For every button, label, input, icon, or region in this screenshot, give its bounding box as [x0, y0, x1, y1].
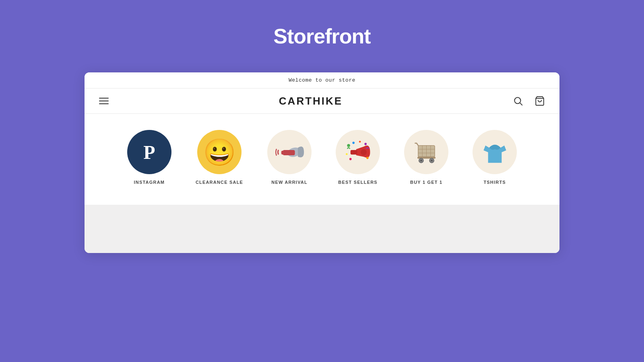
svg-point-25	[431, 159, 433, 161]
category-new-arrival[interactable]: NEW ARRIVAL	[267, 130, 312, 185]
cart-icon	[535, 96, 545, 106]
svg-point-12	[349, 158, 352, 160]
store-container: Welcome to our store CARTHIKE	[85, 72, 559, 253]
svg-rect-4	[283, 150, 295, 155]
category-buy1get1[interactable]: BUY 1 GET 1	[404, 130, 448, 185]
footer-gray-area	[85, 205, 559, 253]
svg-point-23	[420, 159, 422, 161]
svg-point-10	[364, 143, 367, 145]
category-instagram[interactable]: P INSTAGRAM	[127, 130, 171, 185]
category-label-tshirts: TSHIRTS	[483, 180, 506, 185]
svg-point-9	[352, 142, 355, 144]
category-clearance-sale[interactable]: 😀 CLEARANCE SALE	[196, 130, 243, 185]
svg-point-14	[346, 153, 348, 155]
hamburger-menu[interactable]	[97, 96, 110, 106]
category-circle-best-sellers	[336, 130, 380, 174]
instagram-p-icon: P	[143, 141, 155, 163]
svg-point-11	[366, 156, 369, 159]
categories-section: P INSTAGRAM 😀 CLEARANCE SALE	[85, 114, 559, 205]
svg-point-13	[359, 140, 361, 142]
shopping-cart-icon	[411, 137, 442, 167]
search-button[interactable]	[511, 94, 525, 108]
tshirt-icon	[480, 137, 510, 167]
best-sellers-icon	[343, 137, 373, 167]
store-logo: CARTHIKE	[279, 95, 343, 107]
svg-rect-7	[350, 150, 357, 154]
category-circle-clearance: 😀	[197, 130, 242, 174]
nav-icons	[511, 94, 547, 108]
cart-button[interactable]	[533, 94, 547, 108]
category-label-new-arrival: NEW ARRIVAL	[271, 180, 308, 185]
category-circle-tshirts	[473, 130, 517, 174]
category-label-best-sellers: BEST SELLERS	[338, 180, 378, 185]
category-tshirts[interactable]: TSHIRTS	[473, 130, 517, 185]
svg-line-1	[520, 103, 522, 105]
category-circle-instagram: P	[127, 130, 171, 174]
category-label-clearance: CLEARANCE SALE	[196, 180, 243, 185]
svg-rect-5	[281, 150, 285, 154]
svg-point-6	[361, 149, 367, 155]
category-best-sellers[interactable]: BEST SELLERS	[336, 130, 380, 185]
search-icon	[513, 96, 523, 106]
nav-bar: CARTHIKE	[85, 88, 559, 114]
page-title: Storefront	[273, 24, 370, 48]
welcome-bar: Welcome to our store	[85, 72, 559, 88]
svg-point-0	[514, 97, 520, 103]
svg-point-8	[347, 144, 350, 147]
category-label-instagram: INSTAGRAM	[134, 180, 165, 185]
categories-row: P INSTAGRAM 😀 CLEARANCE SALE	[101, 130, 543, 185]
category-circle-buy1get1	[404, 130, 448, 174]
category-circle-new-arrival	[267, 130, 312, 174]
megaphone-icon	[275, 137, 305, 167]
smile-emoji-icon: 😀	[203, 139, 236, 165]
category-label-buy1get1: BUY 1 GET 1	[410, 180, 442, 185]
